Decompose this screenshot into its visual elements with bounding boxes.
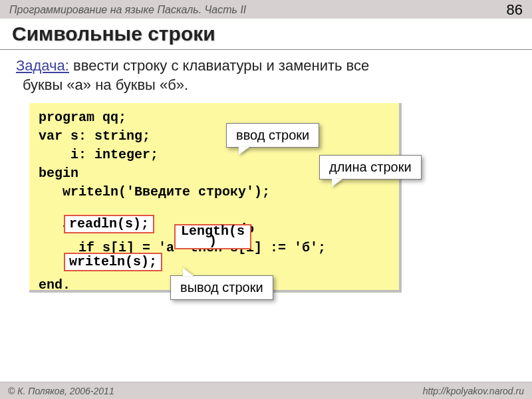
problem-line1: ввести строку с клавиатуры и заменить вс… [69, 57, 369, 74]
doc-title: Программирование на языке Паскаль. Часть… [9, 4, 246, 16]
highlight-length: Length(s) [174, 224, 251, 249]
callout-length: длина строки [319, 155, 422, 180]
problem-statement: Задача: ввести строку с клавиатуры и зам… [0, 50, 532, 94]
callout-output: вывод строки [170, 275, 273, 300]
page-title: Символьные строки [0, 19, 532, 50]
highlight-writeln: writeln(s); [64, 253, 162, 271]
highlight-readln: readln(s); [64, 215, 154, 233]
code-block: program qq; var s: string; i: integer; b… [29, 103, 402, 293]
problem-line2: буквы «а» на буквы «б». [16, 76, 188, 95]
problem-lead: Задача: [16, 57, 69, 74]
footer-bar: © К. Поляков, 2006-2011 http://kpolyakov… [0, 382, 532, 399]
callout-input: ввод строки [226, 123, 319, 148]
footer-copyright: © К. Поляков, 2006-2011 [8, 386, 114, 396]
footer-url: http://kpolyakov.narod.ru [423, 386, 524, 396]
page-number: 86 [507, 1, 523, 19]
header-bar: Программирование на языке Паскаль. Часть… [0, 0, 532, 19]
